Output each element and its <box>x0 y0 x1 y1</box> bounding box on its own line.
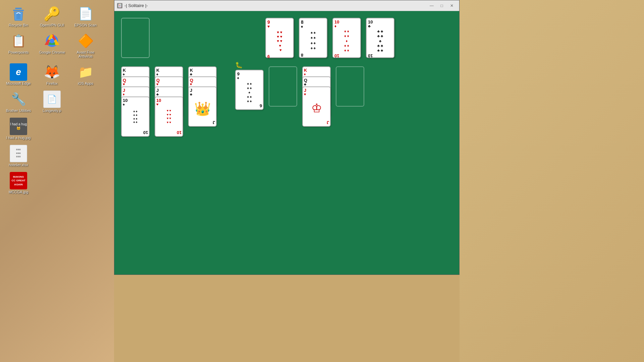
maximize-button[interactable]: □ <box>437 2 446 9</box>
recycle-bin-icon[interactable]: Recycle Bin <box>3 3 34 29</box>
card-10-hearts-col2: 10 ♥ ♥ ♥♥ ♥♥ ♥♥ ♥ 10 <box>155 97 183 137</box>
window-title-area: 🃏 -| Solitaire |- <box>117 3 148 8</box>
firefox-label: Firefox <box>46 81 58 85</box>
brother-icon[interactable]: 🔧 Brother Utilities <box>3 89 34 114</box>
minimize-button[interactable]: — <box>427 2 436 9</box>
brother-label: Brother Utilities <box>6 109 31 113</box>
tableau-col-7[interactable] <box>336 66 364 107</box>
brother-image: 🔧 <box>10 90 27 108</box>
card-8-spades: 8 ♠ ♠ ♠♠ ♠♠ ♠♠ ♠ 8 <box>299 18 327 58</box>
longevity-label: Longevity.p <box>43 109 61 113</box>
firefox-image: 🦊 <box>43 63 61 81</box>
foundation-3[interactable]: 10 ♦ ♦ ♦♦ ♦♦♦ ♦♦ ♦ 10 <box>332 18 361 58</box>
awful-jpg-icon[interactable]: I had a hug🐱 I had a hug.jpg <box>3 116 34 141</box>
avast-label: Avast Free Antivirus <box>72 50 99 58</box>
epson-icon[interactable]: 📄 EPSON Scan <box>70 3 101 29</box>
window-controls: — □ ✕ <box>427 2 457 9</box>
svg-rect-1 <box>13 10 24 11</box>
avast-icon[interactable]: 🔶 Avast Free Antivirus <box>70 31 101 60</box>
hotelier-image: ≡≡≡≡≡≡≡≡≡ <box>10 145 27 162</box>
ios-apps-icon[interactable]: 📁 iOS Apps <box>70 62 101 87</box>
tableau-col-5[interactable] <box>269 66 297 107</box>
card-10-diamonds: 10 ♦ ♦ ♦♦ ♦♦♦ ♦♦ ♦ 10 <box>332 18 361 58</box>
openvpn-image: 🔑 <box>43 5 61 22</box>
foundation-4[interactable]: 10 ♣ ♣ ♣♣ ♣♣♣ ♣♣ ♣ 10 <box>366 18 394 58</box>
avast-image: 🔶 <box>77 32 94 50</box>
openvpn-label: OpenVPN GUI <box>40 23 64 27</box>
icon-row-2: 📋 Powerpoints Google Chrome 🔶 Avas <box>3 31 111 60</box>
openvpn-icon[interactable]: 🔑 OpenVPN GUI <box>37 3 67 29</box>
desktop-icon-area: Recycle Bin 🔑 OpenVPN GUI 📄 EPSON Scan 📋… <box>0 0 114 201</box>
ios-apps-image: 📁 <box>77 63 94 81</box>
awful-jpg-image: I had a hug🐱 <box>10 118 27 135</box>
desktop-right-background <box>460 0 644 362</box>
card-10-spades-col1: 10 ♠ ♠ ♠♠ ♠♠ ♠♠ ♠ 10 <box>121 97 150 137</box>
mccga-label: MCCGA.jpg <box>9 190 29 194</box>
card-9-spades: 9 ♠ ♠ ♠♠ ♠♠♠ ♠♠ ♠ 6 <box>235 70 264 110</box>
recycle-bin-image <box>10 5 27 22</box>
card-jack-clubs-face: J ♣ 👑 J <box>188 86 217 127</box>
ios-apps-label: iOS Apps <box>78 81 93 85</box>
stock-pile-empty <box>121 18 150 58</box>
firefox-icon[interactable]: 🦊 Firefox <box>37 62 67 87</box>
window-title: -| Solitaire |- <box>124 3 148 8</box>
window-titlebar: 🃏 -| Solitaire |- — □ ✕ <box>114 0 459 11</box>
chrome-image <box>43 32 61 50</box>
game-area[interactable]: 9 ♥ ♥ ♥♥ ♥♥ ♥ ♥ ♥ 9 8 ♠ ♠ ♠♠ ♠♠ ♠♠ ♠ 8 <box>114 11 459 275</box>
chrome-icon[interactable]: Google Chrome <box>37 31 67 60</box>
icon-row-3: e Microsoft Edge 🦊 Firefox 📁 iOS Apps <box>3 62 111 87</box>
longevity-image: 📄 <box>43 90 61 108</box>
hotelier-icon[interactable]: ≡≡≡≡≡≡≡≡≡ hotelier.xlsx <box>3 143 34 169</box>
powerpoints-image: 📋 <box>10 32 27 50</box>
svg-rect-0 <box>15 8 22 9</box>
icon-row-4: 🔧 Brother Utilities 📄 Longevity.p <box>3 89 111 114</box>
edge-label: Microsoft Edge <box>6 81 31 85</box>
icon-row-6: ≡≡≡≡≡≡≡≡≡ hotelier.xlsx <box>3 143 111 169</box>
card-piece-dragging: 🐛 <box>235 61 243 69</box>
solitaire-window: 🃏 -| Solitaire |- — □ ✕ 9 ♥ ♥ ♥♥ ♥♥ ♥ ♥ … <box>114 0 460 275</box>
card-9-hearts: 9 ♥ ♥ ♥♥ ♥♥ ♥ ♥ ♥ 9 <box>265 18 294 58</box>
edge-icon[interactable]: e Microsoft Edge <box>3 62 34 87</box>
epson-image: 📄 <box>77 5 94 22</box>
epson-label: EPSON Scan <box>74 23 97 27</box>
close-button[interactable]: ✕ <box>447 2 457 9</box>
card-jack-hearts-face: J ♥ ♔ J <box>302 86 331 127</box>
edge-image: e <box>10 63 27 81</box>
mccga-icon[interactable]: MAKING CC GREAT AGAIN MCCGA.jpg <box>3 170 34 196</box>
hotelier-label: hotelier.xlsx <box>9 163 28 167</box>
powerpoints-icon[interactable]: 📋 Powerpoints <box>3 31 34 60</box>
card-10-clubs: 10 ♣ ♣ ♣♣ ♣♣♣ ♣♣ ♣ 10 <box>366 18 394 58</box>
icon-row-5: I had a hug🐱 I had a hug.jpg <box>3 116 111 141</box>
foundation-2[interactable]: 8 ♠ ♠ ♠♠ ♠♠ ♠♠ ♠ 8 <box>299 18 327 58</box>
powerpoints-label: Powerpoints <box>8 50 29 54</box>
mccga-image: MAKING CC GREAT AGAIN <box>10 172 27 189</box>
window-app-icon: 🃏 <box>117 3 122 8</box>
icon-row-1: Recycle Bin 🔑 OpenVPN GUI 📄 EPSON Scan <box>3 3 111 29</box>
foundation-1[interactable]: 9 ♥ ♥ ♥♥ ♥♥ ♥ ♥ ♥ 9 <box>265 18 294 58</box>
awful-jpg-label: I had a hug.jpg <box>6 136 31 140</box>
stock-pile[interactable] <box>121 18 150 58</box>
icon-row-7: MAKING CC GREAT AGAIN MCCGA.jpg <box>3 170 111 196</box>
longevity-icon[interactable]: 📄 Longevity.p <box>37 89 67 114</box>
svg-point-8 <box>50 39 54 43</box>
col-5-empty <box>269 66 297 107</box>
recycle-bin-label: Recycle Bin <box>9 23 28 27</box>
col-7-empty <box>336 66 364 107</box>
chrome-label: Google Chrome <box>39 50 65 54</box>
